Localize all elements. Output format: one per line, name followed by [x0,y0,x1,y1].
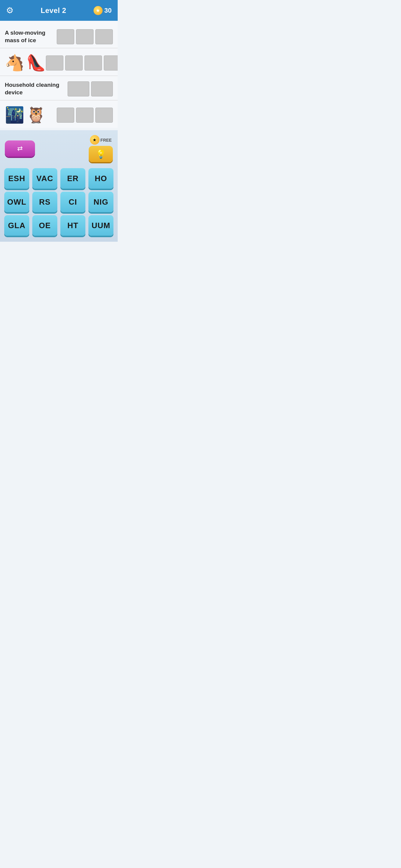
answer-box-4-3[interactable] [95,107,113,123]
answer-boxes-4[interactable] [57,107,113,123]
clue-left-2: 🐴 👠 [5,54,46,72]
tile-VAC[interactable]: VAC [32,168,57,189]
clue-text-1: A slow-movingmass of ice [5,30,45,43]
power-row: ⇄ ★ FREE 💡 [3,135,115,162]
answer-box-3-2[interactable] [91,82,113,96]
emoji-heel: 👠 [26,54,46,72]
header: ⚙ Level 2 ★ 30 [0,0,118,21]
tile-NIG[interactable]: NIG [88,192,113,212]
shuffle-button[interactable]: ⇄ [5,141,35,157]
tile-ESH[interactable]: ESH [4,168,29,189]
answer-box-1-1[interactable] [57,29,74,44]
emoji-horse: 🐴 [5,54,24,72]
answer-boxes-3[interactable] [67,82,113,96]
coins-value: 30 [105,7,112,14]
hint-icon: 💡 [96,149,106,159]
answer-box-1-2[interactable] [76,29,93,44]
shuffle-icon: ⇄ [17,145,23,153]
clue-row-1: A slow-movingmass of ice [5,24,113,48]
coin-icon: ★ [93,6,103,15]
hint-button[interactable]: 💡 [89,146,113,162]
clue-emoji-2: 🐴 👠 [5,54,46,72]
free-hint-coin-row: ★ FREE [90,135,112,145]
answer-box-4-1[interactable] [57,107,74,123]
settings-icon[interactable]: ⚙ [6,5,13,16]
clue-left-4: 🌃 🦉 [5,106,57,124]
free-label: FREE [101,138,112,143]
answer-boxes-1[interactable] [57,29,113,44]
free-hint-container: ★ FREE 💡 [89,135,113,162]
emoji-owl: 🦉 [26,106,46,124]
answer-box-1-3[interactable] [95,29,113,44]
answer-box-4-2[interactable] [76,107,93,123]
answer-box-3-1[interactable] [67,82,89,96]
answer-box-2-3[interactable] [85,56,102,70]
clue-emoji-4: 🌃 🦉 [5,106,57,124]
tile-HT[interactable]: HT [60,215,85,236]
tile-GLA[interactable]: GLA [4,215,29,236]
answer-box-2-2[interactable] [65,56,83,70]
tile-CI[interactable]: CI [60,192,85,212]
clue-left-1: A slow-movingmass of ice [5,29,57,44]
clue-left-3: Household cleaningdevice [5,82,67,96]
coins-display: ★ 30 [93,6,112,15]
tile-OWL[interactable]: OWL [4,192,29,212]
answer-boxes-2[interactable] [46,56,118,70]
tile-ER[interactable]: ER [60,168,85,189]
tile-RS[interactable]: RS [32,192,57,212]
hint-coin: ★ [90,135,99,145]
hint-coin-star: ★ [93,137,96,142]
tile-UUM[interactable]: UUM [88,215,113,236]
clue-text-3: Household cleaningdevice [5,82,59,96]
tiles-grid: ESH VAC ER HO OWL RS CI NIG GLA OE HT UU… [3,168,115,236]
clues-area: A slow-movingmass of ice 🐴 👠 Household c… [0,21,118,128]
clue-row-2: 🐴 👠 [5,48,113,76]
tile-OE[interactable]: OE [32,215,57,236]
emoji-night-city: 🌃 [5,106,24,124]
clue-row-4: 🌃 🦉 [5,100,113,128]
answer-box-2-4[interactable] [104,56,118,70]
tile-HO[interactable]: HO [88,168,113,189]
coin-star: ★ [96,8,100,13]
clue-row-3: Household cleaningdevice [5,76,113,100]
level-title: Level 2 [41,6,66,15]
keyboard-area: ⇄ ★ FREE 💡 ESH VAC ER HO OWL RS CI NIG G… [0,130,118,242]
answer-box-2-1[interactable] [46,56,63,70]
